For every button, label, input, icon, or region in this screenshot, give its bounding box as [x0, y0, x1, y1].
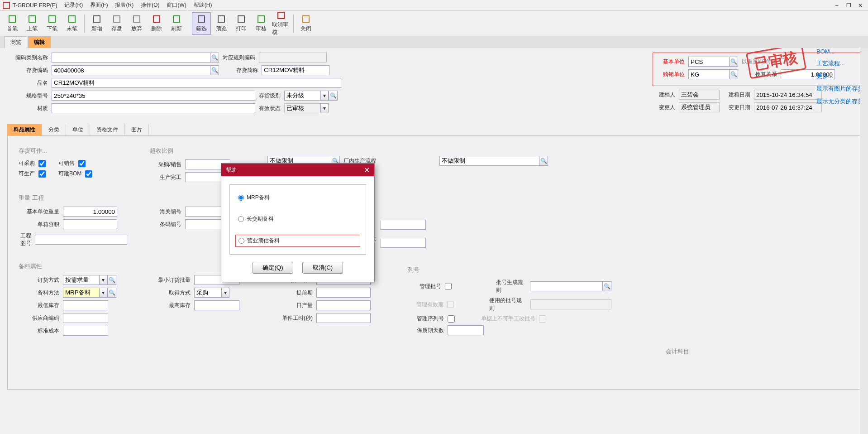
chevron-down-icon[interactable]: ▾ — [99, 275, 107, 285]
lookup-icon[interactable]: 🔍 — [107, 288, 116, 298]
menu-report[interactable]: 报表(R) — [115, 1, 134, 9]
menu-record[interactable]: 记录(R) — [64, 1, 83, 9]
checkbox-can-sell[interactable] — [78, 160, 86, 167]
checkbox-mg-batch[interactable] — [445, 283, 452, 290]
input-base-weight[interactable] — [63, 207, 117, 217]
input-fixed-incr[interactable] — [381, 238, 426, 248]
lookup-icon[interactable]: 🔍 — [107, 275, 116, 285]
section-over: 超收比例 — [150, 147, 240, 155]
option-mrp[interactable]: MRP备料 — [238, 194, 358, 202]
input-batch-rule[interactable] — [530, 281, 602, 291]
cancel-button[interactable]: 取消(C) — [302, 262, 343, 274]
option-sales-forecast[interactable]: 营业预估备料 — [235, 235, 360, 247]
lookup-icon[interactable]: 🔍 — [329, 91, 338, 101]
tab-browse[interactable]: 浏览 — [5, 36, 27, 48]
toolbtn-刷新[interactable]: 刷新 — [167, 12, 186, 35]
lookup-icon[interactable]: 🔍 — [729, 57, 738, 67]
input-min-inv[interactable] — [63, 300, 108, 310]
toolbtn-筛选[interactable]: 筛选 — [192, 12, 211, 35]
toolbtn-存盘[interactable]: 存盘 — [107, 12, 126, 35]
checkbox-can-bom[interactable] — [85, 170, 92, 178]
input-inv-short[interactable] — [262, 65, 329, 75]
chevron-down-icon[interactable]: ▾ — [221, 288, 229, 298]
toolbtn-预览[interactable]: 预览 — [212, 12, 231, 35]
chevron-down-icon[interactable]: ▾ — [320, 91, 329, 101]
toolbtn-删除[interactable]: 删除 — [147, 12, 166, 35]
radio-mrp[interactable] — [238, 195, 244, 201]
toolbtn-下笔[interactable]: 下笔 — [43, 12, 62, 35]
toolbar-icon — [256, 14, 266, 24]
input-supplier[interactable] — [63, 313, 108, 323]
radio-sales-forecast[interactable] — [238, 238, 244, 244]
restore-button[interactable]: ❐ — [844, 1, 854, 10]
chevron-down-icon[interactable]: ▾ — [320, 103, 329, 113]
toolbtn-取消审核[interactable]: 取消审核 — [272, 12, 291, 35]
lookup-icon[interactable]: 🔍 — [210, 53, 219, 63]
minimize-button[interactable]: – — [832, 1, 842, 10]
input-material[interactable] — [52, 103, 255, 113]
input-base-unit[interactable] — [688, 57, 729, 67]
tab-image[interactable]: 图片 — [125, 124, 149, 135]
toolbtn-末笔[interactable]: 末笔 — [62, 12, 81, 35]
lookup-icon[interactable]: 🔍 — [210, 65, 219, 75]
input-grade[interactable] — [284, 91, 320, 101]
toolbtn-审核[interactable]: 审核 — [252, 12, 271, 35]
close-icon[interactable]: ✕ — [364, 166, 370, 174]
menu-help[interactable]: 帮助(H) — [194, 1, 212, 9]
label-no-manual: 单据上不可手工改批号 — [481, 315, 535, 323]
tab-edit[interactable]: 编辑 — [28, 36, 51, 48]
input-order-mode[interactable] — [63, 275, 99, 285]
input-code-class[interactable] — [52, 53, 210, 63]
input-name[interactable] — [52, 78, 341, 88]
input-spec[interactable] — [52, 91, 255, 101]
input-std-cost[interactable] — [63, 326, 108, 336]
input-min-issue[interactable] — [381, 220, 426, 230]
input-inv-code[interactable] — [52, 65, 210, 75]
lookup-icon[interactable]: 🔍 — [539, 156, 548, 166]
link-bom[interactable]: BOM... — [816, 48, 863, 55]
input-shelf-days[interactable] — [448, 325, 484, 335]
tab-unit[interactable]: 单位 — [66, 124, 90, 135]
chevron-down-icon[interactable]: ▾ — [99, 288, 107, 298]
input-obtain[interactable] — [194, 288, 221, 298]
link-no-class[interactable]: 显示无分类的存货 — [816, 97, 863, 106]
ok-button[interactable]: 确定(Q) — [253, 262, 293, 274]
menu-operation[interactable]: 操作(O) — [141, 1, 159, 9]
input-prod-flow[interactable] — [439, 156, 539, 166]
link-with-image[interactable]: 显示有图片的存货 — [816, 85, 863, 93]
lookup-icon[interactable]: 🔍 — [729, 69, 738, 79]
tab-category[interactable]: 分类 — [42, 124, 66, 135]
menu-window[interactable]: 窗口(W) — [167, 1, 186, 9]
toolbtn-首笔[interactable]: 首笔 — [3, 12, 22, 35]
toolbtn-上笔[interactable]: 上笔 — [23, 12, 42, 35]
tab-item-attr[interactable]: 料品属性 — [7, 124, 42, 135]
toolbtn-新增[interactable]: 新增 — [87, 12, 106, 35]
close-window-button[interactable]: ✕ — [855, 1, 865, 10]
checkbox-can-buy[interactable] — [38, 160, 46, 167]
radio-long-lead[interactable] — [238, 216, 244, 222]
toolbtn-打印[interactable]: 打印 — [232, 12, 251, 35]
input-creator — [679, 90, 720, 100]
input-lead-time[interactable] — [316, 288, 371, 298]
link-more[interactable]: 更多... — [816, 72, 863, 80]
checkbox-no-manual — [539, 315, 546, 323]
scrollbar[interactable] — [860, 48, 868, 434]
toolbtn-关闭[interactable]: 关闭 — [296, 12, 315, 35]
toolbtn-放弃[interactable]: 放弃 — [127, 12, 146, 35]
input-daily-out[interactable] — [316, 300, 371, 310]
input-max-inv[interactable] — [194, 300, 239, 310]
input-eng-draw[interactable] — [35, 235, 127, 245]
checkbox-can-prod[interactable] — [38, 170, 46, 178]
input-box-cap[interactable] — [63, 219, 117, 229]
label-inv-short: 存货简称 — [236, 67, 258, 74]
lookup-icon[interactable]: 🔍 — [602, 281, 611, 291]
checkbox-mg-serial[interactable] — [448, 315, 455, 323]
tab-qual-doc[interactable]: 资格文件 — [90, 124, 125, 135]
input-sales-unit[interactable] — [688, 69, 729, 79]
menu-ui[interactable]: 界面(F) — [90, 1, 108, 9]
option-long-lead[interactable]: 长交期备料 — [238, 215, 358, 223]
input-stock-method[interactable] — [63, 288, 99, 298]
input-unit-sec[interactable] — [316, 313, 371, 323]
link-process[interactable]: 工艺流程... — [816, 59, 863, 68]
svg-rect-7 — [114, 16, 120, 22]
